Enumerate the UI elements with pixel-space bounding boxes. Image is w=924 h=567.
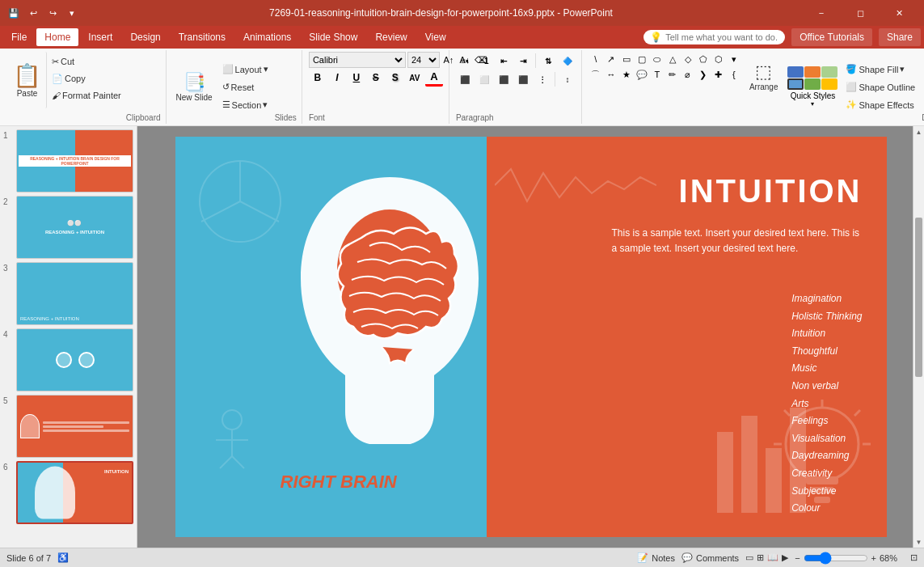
shape-triangle[interactable]: △	[665, 52, 680, 66]
reset-button[interactable]: ↺ Reset	[219, 79, 272, 95]
underline-button[interactable]: U	[348, 69, 365, 87]
shape-textbox[interactable]: T	[650, 67, 665, 82]
tell-me-box[interactable]: 💡	[643, 30, 785, 44]
menu-review[interactable]: Review	[367, 28, 415, 46]
menu-home[interactable]: Home	[36, 28, 78, 46]
minimize-button[interactable]: −	[803, 0, 840, 26]
slide-sorter-icon[interactable]: ⊞	[757, 552, 764, 563]
line-spacing-button[interactable]: ↕	[559, 70, 576, 88]
shape-pentagon[interactable]: ⬠	[696, 52, 711, 66]
share-button[interactable]: Share	[879, 28, 921, 46]
scroll-down-button[interactable]: ▼	[913, 536, 925, 548]
decrease-indent-button[interactable]: ⇤	[495, 52, 513, 70]
shape-callout[interactable]: 💬	[635, 67, 649, 82]
layout-button[interactable]: ⬜ Layout ▾	[219, 61, 272, 78]
align-center-button[interactable]: ⬜	[475, 70, 493, 88]
slide-thumb-3[interactable]: 3 REASONING + INTUITION	[3, 262, 133, 325]
office-tutorials-link[interactable]: Office Tutorials	[791, 28, 872, 46]
copy-button[interactable]: 📄 Copy	[49, 70, 124, 87]
shape-fill-button[interactable]: 🪣 Shape Fill ▾	[842, 61, 918, 78]
shape-more[interactable]: ▾	[727, 52, 741, 66]
shape-star[interactable]: ★	[619, 67, 634, 82]
arrange-button[interactable]: ⬚ Arrange	[745, 52, 783, 100]
slide-thumb-2[interactable]: 2 ⚪⚪ REASONING + INTUITION	[3, 196, 133, 259]
slideshow-icon[interactable]: ▶	[782, 552, 788, 563]
strikethrough-button[interactable]: S	[367, 69, 385, 87]
menu-slideshow[interactable]: Slide Show	[301, 28, 365, 46]
align-right-button[interactable]: ⬛	[495, 70, 513, 88]
reading-view-icon[interactable]: 📖	[767, 552, 778, 563]
zoom-in-icon[interactable]: +	[871, 553, 876, 563]
shape-curve[interactable]: ⌒	[589, 67, 603, 82]
font-size-select[interactable]: 24	[407, 52, 440, 68]
cut-button[interactable]: ✂ Cut	[49, 53, 124, 70]
shape-freeform[interactable]: ✏	[665, 67, 680, 82]
shape-arrow[interactable]: ↗	[604, 52, 618, 66]
slide-thumb-5[interactable]: 5	[3, 395, 133, 458]
shape-effects-button[interactable]: ✨ Shape Effects	[842, 97, 918, 113]
increase-indent-button[interactable]: ⇥	[514, 52, 532, 70]
shape-rect[interactable]: ▭	[619, 52, 634, 66]
shape-arc[interactable]: ⌀	[681, 67, 695, 82]
slide-thumb-1[interactable]: 1 REASONING + INTUITION BRAIN DESIGN FOR…	[3, 129, 133, 193]
format-painter-button[interactable]: 🖌 Format Painter	[49, 87, 124, 104]
undo-icon[interactable]: ↩	[26, 6, 40, 20]
new-slide-button[interactable]: 📑 New Slide	[173, 59, 216, 116]
justify-button[interactable]: ⬛	[514, 70, 532, 88]
zoom-out-icon[interactable]: −	[795, 553, 800, 563]
shape-brace[interactable]: {	[727, 67, 741, 82]
shadow-button[interactable]: S	[386, 69, 404, 87]
fit-to-window-icon[interactable]: ⊡	[910, 552, 918, 563]
shape-round-rect[interactable]: ▢	[635, 52, 649, 66]
qs-orange[interactable]	[804, 66, 821, 78]
shape-line[interactable]: \	[589, 52, 603, 66]
slide-thumb-4[interactable]: 4	[3, 328, 133, 391]
shape-cross[interactable]: ✚	[711, 67, 726, 82]
comments-button[interactable]: 💬 Comments	[681, 552, 739, 563]
shape-outline-button[interactable]: ⬜ Shape Outline	[842, 79, 918, 95]
shape-hexagon[interactable]: ⬡	[711, 52, 726, 66]
text-direction-button[interactable]: ⇅	[539, 52, 557, 70]
bold-button[interactable]: B	[309, 69, 327, 87]
restore-button[interactable]: ◻	[842, 0, 879, 26]
shape-diamond[interactable]: ◇	[681, 52, 695, 66]
customize-icon[interactable]: ▾	[65, 6, 79, 20]
qs-green2[interactable]	[804, 78, 821, 90]
menu-transitions[interactable]: Transitions	[171, 28, 234, 46]
convert-to-smartart-button[interactable]: 🔷	[559, 52, 576, 70]
save-icon[interactable]: 💾	[6, 6, 21, 20]
menu-animations[interactable]: Animations	[235, 28, 299, 46]
column-button[interactable]: ⋮	[534, 70, 551, 88]
qs-selected[interactable]	[787, 78, 804, 90]
shape-oval[interactable]: ⬭	[650, 52, 665, 66]
font-name-select[interactable]: Calibri	[309, 52, 406, 68]
qs-gold[interactable]	[821, 78, 838, 90]
numbering-button[interactable]: ≡1	[475, 52, 493, 70]
section-button[interactable]: ☰ Section ▾	[219, 97, 272, 113]
spacing-button[interactable]: AV	[406, 69, 424, 87]
zoom-slider[interactable]	[804, 552, 868, 565]
menu-file[interactable]: File	[3, 28, 35, 46]
shape-connector[interactable]: ↔	[604, 67, 618, 82]
redo-icon[interactable]: ↪	[45, 6, 60, 20]
font-color-button[interactable]: A	[425, 69, 443, 87]
shape-chevron[interactable]: ❯	[696, 67, 711, 82]
scroll-up-button[interactable]: ▲	[913, 126, 925, 138]
scroll-thumb[interactable]	[915, 218, 922, 377]
align-left-button[interactable]: ⬛	[456, 70, 474, 88]
paste-button[interactable]: 📋 Paste	[8, 52, 47, 108]
bullets-button[interactable]: ≡•	[456, 52, 474, 70]
quick-styles-button[interactable]: Quick Styles ▾	[786, 52, 839, 122]
close-button[interactable]: ✕	[880, 0, 918, 26]
menu-insert[interactable]: Insert	[80, 28, 120, 46]
tell-me-input[interactable]	[665, 32, 778, 42]
vertical-scrollbar[interactable]: ▲ ▼	[913, 126, 924, 548]
qs-green[interactable]	[821, 66, 838, 78]
notes-button[interactable]: 📝 Notes	[637, 552, 675, 563]
menu-view[interactable]: View	[417, 28, 454, 46]
normal-view-icon[interactable]: ▭	[745, 552, 753, 563]
slide-thumb-6[interactable]: 6 INTUITION	[3, 461, 133, 524]
accessibility-icon[interactable]: ♿	[57, 552, 69, 563]
italic-button[interactable]: I	[328, 69, 346, 87]
menu-design[interactable]: Design	[122, 28, 168, 46]
